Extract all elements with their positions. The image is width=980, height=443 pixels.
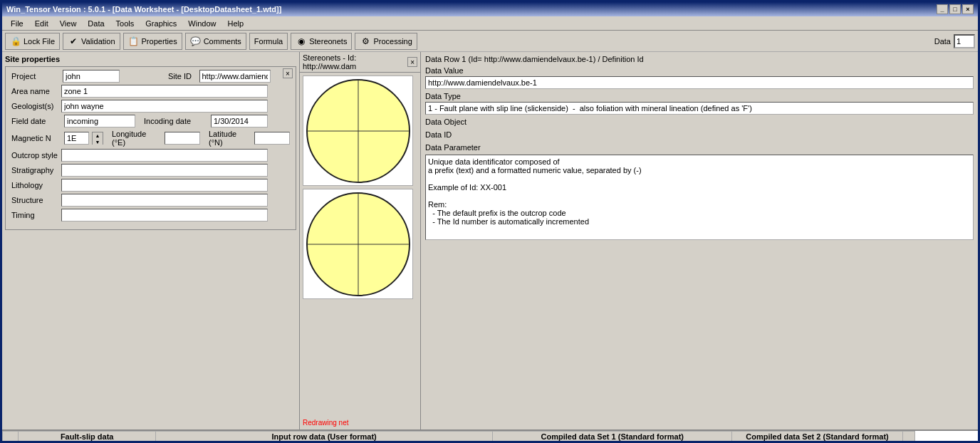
- data-value-label: Data Value: [425, 66, 974, 75]
- col-group-compiled1: Compiled data Set 1 (Standard format): [493, 432, 732, 442]
- stereonet-header: Stereonets - Id: http://www.dam ×: [300, 52, 420, 73]
- lock-file-button[interactable]: 🔒 Lock File: [5, 33, 60, 50]
- stereonet-container: Redrawing net: [300, 73, 420, 302]
- site-panel-title: Site properties: [5, 55, 296, 63]
- stereonet-lower-svg: [305, 191, 412, 298]
- longitude-input[interactable]: [165, 132, 200, 145]
- stereonet-panel: Stereonets - Id: http://www.dam ×: [300, 52, 421, 429]
- data-object-label: Data Object: [425, 118, 974, 126]
- lock-icon: 🔒: [10, 36, 21, 47]
- menu-window[interactable]: Window: [182, 18, 221, 29]
- data-panel: Data Row 1 (Id= http://www.damiendelvaux…: [421, 52, 978, 429]
- data-desc-container: Unique data identificator composed of a …: [425, 155, 974, 244]
- magnetic-spinner[interactable]: ▲ ▼: [92, 132, 103, 145]
- col-group-fault-slip: Fault-slip data: [19, 432, 156, 442]
- magnetic-row: Magnetic N ▲ ▼ Longitude(°E) Latitude(°N…: [11, 130, 290, 147]
- minimize-button[interactable]: _: [937, 4, 948, 14]
- menu-file[interactable]: File: [5, 18, 29, 29]
- validation-button[interactable]: ✔ Validation: [63, 33, 120, 50]
- title-bar-buttons: _ □ ×: [937, 4, 974, 14]
- site-id-label: Site ID: [155, 72, 205, 80]
- project-row: Project Site ID: [11, 70, 290, 83]
- menu-data[interactable]: Data: [82, 18, 110, 29]
- spinner-down[interactable]: ▼: [93, 139, 103, 145]
- col-k: K: [902, 432, 914, 444]
- validation-icon: ✔: [68, 36, 79, 47]
- menu-edit[interactable]: Edit: [29, 18, 54, 29]
- close-button[interactable]: ×: [962, 4, 974, 14]
- stereonet-close[interactable]: ×: [407, 57, 417, 67]
- site-properties-border: × Project Site ID Area name Geologist(s): [5, 66, 296, 230]
- stereonet-title: Stereonets - Id: http://www.dam: [303, 53, 407, 71]
- timing-row: Timing: [11, 209, 290, 222]
- site-panel-close[interactable]: ×: [283, 68, 293, 78]
- longitude-label: Longitude(°E): [112, 130, 162, 147]
- latitude-input[interactable]: [254, 132, 290, 145]
- data-label: Data: [934, 37, 951, 46]
- data-param-label: Data Parameter: [425, 143, 974, 152]
- menu-help[interactable]: Help: [221, 18, 249, 29]
- outcrop-row: Outcrop style: [11, 149, 290, 162]
- stratigraphy-row: Stratigraphy: [11, 164, 290, 177]
- menu-graphics[interactable]: Graphics: [140, 18, 182, 29]
- main-content: Site properties × Project Site ID Area n…: [2, 52, 978, 429]
- incoding-date-label: Incoding date: [144, 117, 208, 125]
- data-desc-area[interactable]: Unique data identificator composed of a …: [425, 155, 974, 240]
- col-n: N°: [3, 432, 19, 444]
- data-id-label: Data ID: [425, 130, 974, 139]
- spinner-up[interactable]: ▲: [93, 132, 103, 139]
- latitude-label: Latitude(°N): [209, 130, 251, 147]
- outcrop-input[interactable]: [61, 149, 268, 162]
- site-id-input[interactable]: [199, 70, 271, 83]
- area-name-label: Area name: [11, 87, 61, 95]
- data-type-section-label: Data Type: [425, 92, 974, 100]
- data-panel-title: Data Row 1 (Id= http://www.damiendelvaux…: [425, 55, 974, 63]
- formula-button[interactable]: Formula: [249, 33, 288, 50]
- lithology-input[interactable]: [61, 179, 268, 192]
- data-value-input[interactable]: [425, 76, 974, 89]
- project-input[interactable]: [63, 70, 120, 83]
- properties-icon: 📋: [128, 36, 140, 47]
- data-input[interactable]: [954, 34, 975, 48]
- col-group-compiled2: Compiled data Set 2 (Standard format): [732, 432, 903, 442]
- structure-row: Structure: [11, 194, 290, 207]
- field-date-input[interactable]: [64, 115, 135, 127]
- geologist-row: Geologist(s): [11, 100, 290, 113]
- project-label: Project: [11, 72, 61, 80]
- menu-view[interactable]: View: [54, 18, 83, 29]
- processing-button[interactable]: ⚙ Processing: [355, 33, 417, 50]
- stereonet-upper: [303, 75, 413, 186]
- processing-icon: ⚙: [360, 36, 371, 47]
- lithology-label: Lithology: [11, 181, 61, 189]
- magnetic-label: Magnetic N: [11, 134, 61, 142]
- geologist-label: Geologist(s): [11, 102, 61, 110]
- comments-button[interactable]: 💬 Comments: [185, 33, 246, 50]
- stereonets-icon: ◉: [296, 36, 307, 47]
- timing-input[interactable]: [61, 209, 268, 222]
- lithology-row: Lithology: [11, 179, 290, 192]
- structure-label: Structure: [11, 196, 61, 204]
- maximize-button[interactable]: □: [949, 4, 961, 14]
- structure-input[interactable]: [61, 194, 268, 207]
- data-field-container: Data: [934, 34, 975, 48]
- redrawing-net-label: Redrawing net: [303, 419, 348, 427]
- area-name-input[interactable]: [61, 85, 268, 98]
- menu-bar: File Edit View Data Tools Graphics Windo…: [2, 16, 978, 31]
- stratigraphy-input[interactable]: [61, 164, 268, 177]
- incoding-date-input[interactable]: [211, 115, 268, 127]
- title-bar: Win_Tensor Version : 5.0.1 - [Data Works…: [2, 2, 978, 16]
- properties-button[interactable]: 📋 Properties: [123, 33, 182, 50]
- table-container[interactable]: N° Fault-slip data Input row data (User …: [2, 431, 978, 443]
- table-area: N° Fault-slip data Input row data (User …: [2, 429, 978, 443]
- stereonets-button[interactable]: ◉ Stereonets: [291, 33, 352, 50]
- stratigraphy-label: Stratigraphy: [11, 166, 61, 174]
- menu-tools[interactable]: Tools: [110, 18, 140, 29]
- col-group-input-row: Input row data (User format): [156, 432, 493, 442]
- magnetic-input[interactable]: [64, 132, 89, 145]
- field-date-label: Field date: [11, 117, 61, 125]
- data-type-input[interactable]: [425, 102, 974, 115]
- outcrop-label: Outcrop style: [11, 151, 61, 160]
- area-name-row: Area name: [11, 85, 290, 98]
- window-title: Win_Tensor Version : 5.0.1 - [Data Works…: [6, 5, 281, 14]
- geologist-input[interactable]: [61, 100, 268, 113]
